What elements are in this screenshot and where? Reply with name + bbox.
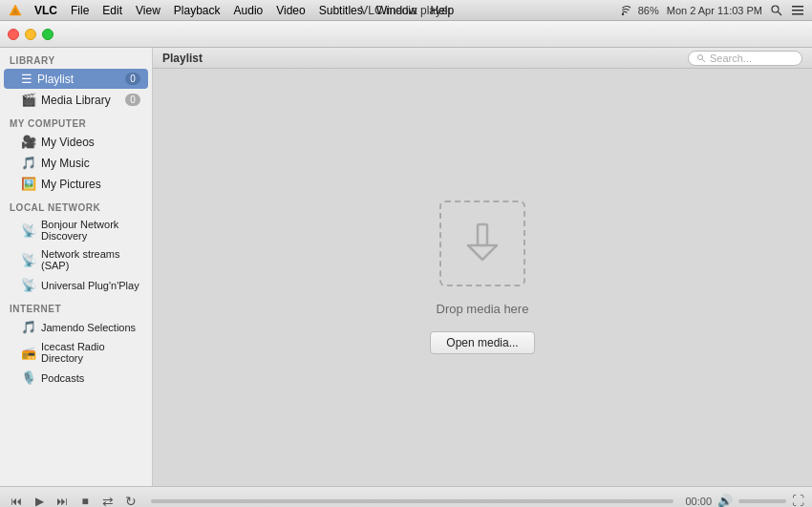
content-area: Playlist Search... Drop media here Open … bbox=[153, 48, 812, 486]
menu-help[interactable]: Help bbox=[424, 2, 459, 19]
sidebar-item-my-pictures[interactable]: 🖼️ My Pictures bbox=[4, 174, 148, 194]
content-body: Drop media here Open media... bbox=[153, 69, 812, 486]
jamendo-icon: 🎵 bbox=[21, 320, 36, 334]
open-media-button[interactable]: Open media... bbox=[430, 331, 534, 354]
shuffle-button[interactable]: ⇄ bbox=[99, 493, 117, 508]
search-placeholder: Search... bbox=[710, 53, 752, 64]
menubar-right: 86% Mon 2 Apr 11:03 PM bbox=[615, 4, 804, 17]
sidebar-item-my-music[interactable]: 🎵 My Music bbox=[4, 153, 148, 173]
svg-point-4 bbox=[772, 6, 779, 12]
search-icon[interactable] bbox=[770, 4, 783, 17]
menu-audio[interactable]: Audio bbox=[228, 2, 269, 19]
sidebar-internet-header: INTERNET bbox=[0, 296, 152, 316]
sidebar-item-icecast[interactable]: 📻 Icecast Radio Directory bbox=[4, 338, 148, 367]
menu-vlc[interactable]: VLC bbox=[29, 2, 63, 19]
menu-subtitles[interactable]: Subtitles bbox=[313, 2, 369, 19]
sidebar-podcasts-label: Podcasts bbox=[41, 372, 84, 384]
seek-bar[interactable] bbox=[151, 499, 673, 503]
play-button[interactable]: ▶ bbox=[31, 493, 48, 508]
clock: Mon 2 Apr 11:03 PM bbox=[667, 5, 762, 16]
battery-indicator: 86% bbox=[638, 5, 659, 16]
sidebar-jamendo-label: Jamendo Selections bbox=[41, 322, 136, 333]
sidebar-item-upnp[interactable]: 📡 Universal Plug'n'Play bbox=[4, 275, 148, 295]
volume-bar[interactable] bbox=[738, 499, 786, 503]
svg-rect-8 bbox=[792, 13, 803, 15]
wifi-icon bbox=[615, 5, 630, 15]
sidebar-library-header: LIBRARY bbox=[0, 48, 152, 68]
sidebar: LIBRARY ☰ Playlist 0 🎬 Media Library 0 M… bbox=[0, 48, 153, 486]
media-library-badge: 0 bbox=[125, 94, 140, 106]
window-controls bbox=[8, 29, 53, 40]
sidebar-item-network-streams[interactable]: 📡 Network streams (SAP) bbox=[4, 245, 148, 274]
bonjour-icon: 📡 bbox=[21, 223, 36, 238]
sidebar-my-music-label: My Music bbox=[41, 157, 90, 170]
app-icon bbox=[8, 3, 23, 18]
network-streams-icon: 📡 bbox=[21, 253, 36, 267]
playback-bar: ⏮ ▶ ⏭ ■ ⇄ ↻ 00:00 🔊 ⛶ bbox=[0, 486, 812, 507]
svg-line-10 bbox=[702, 59, 705, 62]
svg-line-5 bbox=[778, 11, 781, 15]
search-box-icon bbox=[696, 53, 706, 63]
menu-file[interactable]: File bbox=[65, 2, 95, 19]
my-music-icon: 🎵 bbox=[21, 156, 36, 170]
toolbar bbox=[0, 21, 812, 48]
volume-icon[interactable]: 🔊 bbox=[717, 494, 733, 507]
stop-button[interactable]: ■ bbox=[76, 493, 94, 508]
menu-view[interactable]: View bbox=[130, 2, 166, 19]
my-pictures-icon: 🖼️ bbox=[21, 177, 36, 191]
sidebar-mycomputer-header: MY COMPUTER bbox=[0, 111, 152, 131]
svg-rect-7 bbox=[792, 10, 803, 11]
time-display: 00:00 bbox=[685, 496, 712, 507]
maximize-button[interactable] bbox=[42, 29, 53, 40]
menu-playback[interactable]: Playback bbox=[168, 2, 226, 19]
list-icon[interactable] bbox=[791, 4, 804, 17]
sidebar-playlist-label: Playlist bbox=[37, 73, 74, 86]
my-videos-icon: 🎥 bbox=[21, 135, 36, 149]
svg-rect-11 bbox=[478, 224, 487, 245]
svg-point-3 bbox=[621, 13, 623, 15]
podcasts-icon: 🎙️ bbox=[21, 370, 36, 385]
drop-arrow-icon bbox=[459, 220, 506, 267]
sidebar-bonjour-label: Bonjour Network Discovery bbox=[41, 219, 140, 242]
sidebar-my-videos-label: My Videos bbox=[41, 136, 95, 149]
playlist-badge: 0 bbox=[125, 73, 140, 85]
search-box[interactable]: Search... bbox=[688, 51, 802, 66]
sidebar-network-streams-label: Network streams (SAP) bbox=[41, 248, 140, 271]
menu-video[interactable]: Video bbox=[270, 2, 310, 19]
main-layout: LIBRARY ☰ Playlist 0 🎬 Media Library 0 M… bbox=[0, 48, 812, 486]
svg-marker-12 bbox=[468, 245, 497, 260]
sidebar-item-media-library[interactable]: 🎬 Media Library 0 bbox=[4, 90, 148, 110]
fullscreen-button[interactable]: ⛶ bbox=[792, 494, 804, 507]
playlist-icon: ☰ bbox=[21, 72, 32, 86]
content-title: Playlist bbox=[162, 52, 203, 65]
sidebar-media-library-label: Media Library bbox=[41, 94, 111, 107]
menubar: VLC File Edit View Playback Audio Video … bbox=[0, 0, 812, 21]
sidebar-item-bonjour[interactable]: 📡 Bonjour Network Discovery bbox=[4, 216, 148, 244]
sidebar-icecast-label: Icecast Radio Directory bbox=[41, 341, 140, 364]
media-library-icon: 🎬 bbox=[21, 93, 36, 107]
upnp-icon: 📡 bbox=[21, 278, 36, 292]
drop-text: Drop media here bbox=[437, 302, 529, 316]
drop-zone[interactable] bbox=[439, 201, 525, 286]
sidebar-my-pictures-label: My Pictures bbox=[41, 178, 101, 191]
content-header: Playlist Search... bbox=[153, 48, 812, 69]
minimize-button[interactable] bbox=[25, 29, 36, 40]
menu-edit[interactable]: Edit bbox=[96, 2, 128, 19]
svg-rect-2 bbox=[11, 13, 19, 15]
sidebar-localnet-header: LOCAL NETWORK bbox=[0, 195, 152, 215]
menu-window[interactable]: Window bbox=[371, 2, 423, 19]
svg-point-9 bbox=[698, 54, 703, 59]
prev-button[interactable]: ⏮ bbox=[8, 493, 25, 508]
next-button[interactable]: ⏭ bbox=[53, 493, 71, 508]
sidebar-item-playlist[interactable]: ☰ Playlist 0 bbox=[4, 69, 148, 89]
icecast-icon: 📻 bbox=[21, 346, 36, 360]
close-button[interactable] bbox=[8, 29, 19, 40]
sidebar-item-podcasts[interactable]: 🎙️ Podcasts bbox=[4, 368, 148, 388]
sidebar-upnp-label: Universal Plug'n'Play bbox=[41, 280, 139, 291]
sidebar-item-my-videos[interactable]: 🎥 My Videos bbox=[4, 132, 148, 152]
sidebar-item-jamendo[interactable]: 🎵 Jamendo Selections bbox=[4, 317, 148, 337]
repeat-button[interactable]: ↻ bbox=[122, 493, 139, 508]
svg-rect-6 bbox=[792, 6, 803, 8]
